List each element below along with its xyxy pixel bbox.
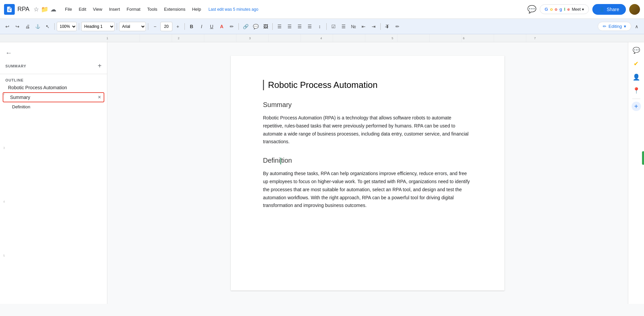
- collapse-toolbar-button[interactable]: ∧: [632, 22, 641, 31]
- outline-close-icon[interactable]: ×: [98, 94, 101, 100]
- cloud-icon[interactable]: ☁: [50, 6, 56, 13]
- outline-item-definition[interactable]: Definition: [3, 103, 104, 111]
- decrease-indent-button[interactable]: ⇤: [359, 22, 368, 31]
- highlight-button[interactable]: ✏: [227, 22, 236, 31]
- meet-button[interactable]: Google Meet ▾: [540, 4, 589, 14]
- title-icons: ☆ 📁 ☁: [34, 6, 56, 13]
- share-button[interactable]: 👤 Share: [592, 4, 626, 15]
- align-left-button[interactable]: ☰: [275, 22, 284, 31]
- redo-button[interactable]: ↪: [13, 22, 22, 31]
- tasks-panel-icon[interactable]: ✔: [631, 58, 642, 69]
- document-page[interactable]: Robotic Process Automation Summary Robot…: [231, 56, 504, 291]
- sidebar: ← SUMMARY + OUTLINE Robotic Process Auto…: [0, 42, 107, 304]
- toolbar: ↩ ↪ 🖨 ⚓ ↖ 100% Heading 1 Arial − + B I U…: [0, 19, 644, 34]
- ruler-mark-1: 1: [106, 37, 108, 40]
- drive-icon[interactable]: 📁: [41, 6, 48, 13]
- ruler-mark-5: 5: [391, 37, 393, 40]
- add-summary-button[interactable]: +: [98, 62, 102, 70]
- sidebar-summary-section: SUMMARY +: [0, 59, 107, 72]
- font-size-minus-button[interactable]: −: [150, 22, 160, 31]
- font-size-input[interactable]: [160, 22, 172, 31]
- user-avatar[interactable]: [629, 4, 640, 15]
- cursor-button[interactable]: ↖: [43, 22, 52, 31]
- print-button[interactable]: 🖨: [23, 22, 32, 31]
- share-label: Share: [607, 7, 619, 12]
- top-bar: RPA ☆ 📁 ☁ File Edit View Insert Format T…: [0, 0, 644, 19]
- divider-2: [79, 23, 79, 30]
- divider-7: [272, 23, 273, 30]
- bold-button[interactable]: B: [187, 22, 196, 31]
- document-heading[interactable]: Robotic Process Automation: [263, 80, 472, 90]
- link-button[interactable]: 🔗: [241, 22, 250, 31]
- italic-button[interactable]: I: [197, 22, 206, 31]
- paint-format-button[interactable]: ⚓: [33, 22, 42, 31]
- summary-label: SUMMARY: [5, 64, 26, 68]
- menu-view[interactable]: View: [90, 5, 106, 13]
- star-icon[interactable]: ☆: [34, 6, 39, 13]
- green-side-tab: [642, 151, 644, 165]
- definition-text-2: tion: [281, 157, 292, 164]
- menu-help[interactable]: Help: [189, 5, 205, 13]
- heading-select[interactable]: Heading 1: [81, 22, 115, 31]
- chat-icon[interactable]: 💬: [527, 5, 536, 14]
- menu-tools[interactable]: Tools: [144, 5, 161, 13]
- people-panel-icon[interactable]: 👤: [631, 72, 642, 83]
- ruler-mark-3: 3: [249, 37, 251, 40]
- num-list-button[interactable]: №: [349, 22, 358, 31]
- editing-mode-button[interactable]: ✏ Editing ▾: [598, 22, 631, 31]
- ruler-mark-7: 7: [534, 37, 536, 40]
- align-center-button[interactable]: ☰: [285, 22, 294, 31]
- pen-button[interactable]: ✏: [393, 22, 402, 31]
- right-panel: 💬 ✔ 👤 📍 +: [628, 42, 644, 304]
- underline-button[interactable]: U: [207, 22, 216, 31]
- section-definition-content[interactable]: By automating these tasks, RPA can help …: [263, 170, 472, 210]
- menu-edit[interactable]: Edit: [75, 5, 90, 13]
- menu-file[interactable]: File: [62, 5, 75, 13]
- section-summary-content[interactable]: Robotic Process Automation (RPA) is a te…: [263, 114, 472, 146]
- line-spacing-button[interactable]: ↕: [315, 22, 324, 31]
- ruler-inner: 1 2 3 4 5 6 7: [107, 34, 537, 42]
- align-justify-button[interactable]: ☰: [305, 22, 314, 31]
- bullet-list-button[interactable]: ☰: [339, 22, 348, 31]
- comments-panel-icon[interactable]: 💬: [631, 45, 642, 56]
- section-definition-heading[interactable]: Definition: [263, 157, 472, 164]
- share-icon: 👤: [599, 7, 605, 12]
- sidebar-back: ←: [0, 46, 107, 59]
- comment-button[interactable]: 💬: [251, 22, 260, 31]
- ruler-mark-4: 4: [320, 37, 322, 40]
- font-color-button[interactable]: A: [217, 22, 226, 31]
- clear-format-button[interactable]: T̶: [383, 22, 392, 31]
- divider-5: [184, 23, 185, 30]
- divider-3: [117, 23, 117, 30]
- zoom-select[interactable]: 100%: [57, 22, 77, 31]
- outline-item-summary-selected[interactable]: Summary ×: [3, 92, 104, 102]
- outline-selected-text: Summary: [10, 95, 30, 100]
- increase-indent-button[interactable]: ⇥: [369, 22, 378, 31]
- menu-insert[interactable]: Insert: [106, 5, 123, 13]
- outline-label: OUTLINE: [0, 75, 107, 84]
- maps-panel-icon[interactable]: 📍: [631, 85, 642, 96]
- outline-item-rpa[interactable]: Robotic Process Automation: [3, 84, 104, 92]
- document-area[interactable]: 2 3 4 5 Robotic Process Automation Summa…: [107, 42, 628, 304]
- divider-1: [54, 23, 55, 30]
- editing-label: Editing: [608, 24, 622, 29]
- divider-4: [148, 23, 148, 30]
- ruler: 1 2 3 4 5 6 7: [0, 34, 644, 42]
- font-select[interactable]: Arial: [119, 22, 146, 31]
- align-right-button[interactable]: ☰: [295, 22, 304, 31]
- divider-8: [326, 23, 327, 30]
- last-edit-label: Last edit was 5 minutes ago: [208, 7, 258, 12]
- menu-extensions[interactable]: Extensions: [161, 5, 189, 13]
- ruler-mark-2: 2: [178, 37, 179, 40]
- checklist-button[interactable]: ☑: [329, 22, 338, 31]
- menu-format[interactable]: Format: [123, 5, 144, 13]
- divider-6: [238, 23, 239, 30]
- pencil-icon: ✏: [603, 24, 606, 29]
- image-button[interactable]: 🖼: [261, 22, 270, 31]
- divider-9: [380, 23, 381, 30]
- section-summary-heading[interactable]: Summary: [263, 101, 472, 109]
- add-panel-button[interactable]: +: [632, 102, 641, 111]
- font-size-plus-button[interactable]: +: [173, 22, 182, 31]
- document-title[interactable]: RPA: [17, 6, 30, 13]
- definition-text: Defini: [263, 157, 280, 164]
